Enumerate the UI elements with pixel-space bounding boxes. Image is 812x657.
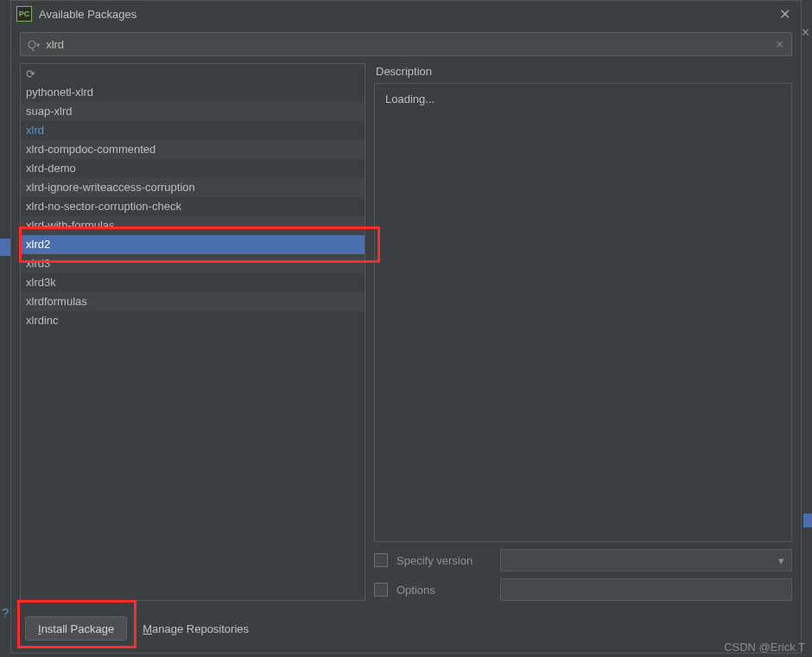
package-list-pane: ⟳ pythonetl-xlrdsuap-xlrdxlrdxlrd-compdo… (20, 63, 365, 601)
options-label: Options (396, 584, 492, 596)
package-item[interactable]: suap-xlrd (21, 102, 365, 121)
package-item[interactable]: xlrd-with-formulas (21, 216, 365, 235)
help-icon[interactable]: ? (2, 605, 9, 620)
chevron-down-icon: ▾ (778, 554, 784, 567)
package-item[interactable]: xlrd-demo (21, 159, 365, 178)
refresh-icon[interactable]: ⟳ (26, 67, 35, 80)
specify-version-dropdown[interactable]: ▾ (500, 549, 792, 571)
close-icon[interactable]: ✕ (774, 6, 796, 22)
package-item[interactable]: xlrdformulas (21, 292, 365, 311)
search-icon: Q▾ (28, 38, 41, 51)
options-checkbox[interactable] (374, 583, 388, 596)
package-item[interactable]: xlrd (21, 121, 365, 140)
description-label: Description (374, 63, 792, 83)
available-packages-dialog: PC Available Packages ✕ Q▾ ✕ ⟳ pythonetl… (10, 0, 802, 654)
options-row: Options (374, 578, 792, 601)
search-input[interactable] (46, 38, 775, 51)
watermark: CSDN @Erick T (724, 641, 805, 654)
install-package-button[interactable]: Install Package (25, 616, 127, 641)
package-item[interactable]: xlrd-ignore-writeaccess-corruption (21, 178, 365, 197)
package-list[interactable]: pythonetl-xlrdsuap-xlrdxlrdxlrd-compdoc-… (21, 83, 365, 600)
search-box[interactable]: Q▾ ✕ (20, 32, 792, 56)
package-item[interactable]: xlrd2 (21, 235, 365, 254)
package-item[interactable]: xlrd3k (21, 273, 365, 292)
titlebar: PC Available Packages ✕ (11, 1, 801, 27)
package-item[interactable]: xlrd-no-sector-corruption-check (21, 197, 365, 216)
description-pane: Description Loading... Specify version ▾… (374, 63, 792, 601)
package-item[interactable]: xlrd-compdoc-commented (21, 140, 365, 159)
package-item[interactable]: pythonetl-xlrd (21, 83, 365, 102)
package-item[interactable]: xlrdinc (21, 311, 365, 330)
app-icon: PC (16, 6, 32, 22)
window-title: Available Packages (39, 8, 774, 21)
specify-version-label: Specify version (396, 554, 492, 567)
specify-version-row: Specify version ▾ (374, 549, 792, 571)
dialog-footer: Install Package Manage Repositories (11, 604, 801, 653)
background-close-icon: ✕ (801, 26, 810, 39)
description-content: Loading... (374, 83, 792, 542)
clear-search-icon[interactable]: ✕ (775, 38, 784, 51)
specify-version-checkbox[interactable] (374, 553, 388, 567)
options-input[interactable] (500, 578, 792, 601)
package-item[interactable]: xlrd3 (21, 254, 365, 273)
manage-repositories-button[interactable]: Manage Repositories (143, 622, 249, 635)
